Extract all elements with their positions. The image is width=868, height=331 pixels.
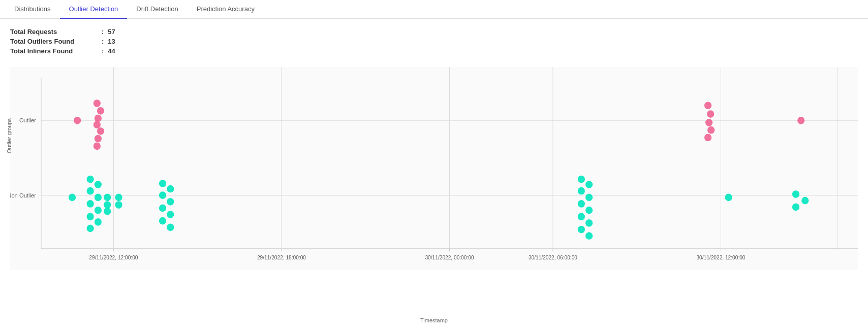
total-outliers-label: Total Outliers Found (10, 38, 102, 45)
svg-point-72 (801, 197, 809, 205)
svg-point-73 (792, 203, 799, 211)
svg-point-29 (95, 135, 102, 143)
tab-prediction-accuracy[interactable]: Prediction Accuracy (188, 0, 264, 19)
svg-point-24 (97, 107, 104, 115)
svg-rect-0 (10, 67, 858, 270)
svg-point-35 (704, 134, 711, 142)
svg-point-68 (578, 226, 585, 234)
svg-point-58 (159, 217, 166, 225)
svg-text:29/11/2022, 18:00:00: 29/11/2022, 18:00:00 (257, 255, 306, 260)
svg-point-30 (94, 142, 101, 150)
svg-point-49 (87, 213, 94, 220)
svg-point-23 (94, 100, 101, 107)
main-container: Distributions Outlier Detection Drift De… (0, 0, 868, 331)
svg-point-41 (69, 193, 76, 201)
tab-outlier-detection[interactable]: Outlier Detection (60, 0, 128, 19)
total-requests-label: Total Requests (10, 28, 102, 36)
svg-point-43 (115, 193, 122, 201)
svg-point-47 (115, 201, 122, 209)
total-inliners-value: 44 (108, 47, 115, 55)
svg-point-51 (87, 225, 94, 233)
svg-point-66 (578, 213, 585, 220)
svg-point-45 (95, 207, 102, 214)
svg-point-26 (74, 117, 81, 124)
svg-point-62 (578, 187, 585, 195)
svg-point-34 (707, 126, 715, 134)
svg-point-65 (585, 207, 593, 214)
scatter-chart: Outlier Non Outlier 29/11/2022, 12:00:00… (10, 67, 858, 270)
svg-point-33 (705, 119, 712, 126)
svg-point-40 (95, 193, 102, 201)
tab-bar: Distributions Outlier Detection Drift De… (0, 0, 868, 19)
tab-drift-detection[interactable]: Drift Detection (127, 0, 187, 19)
svg-point-27 (94, 121, 101, 128)
svg-point-50 (95, 218, 102, 226)
svg-point-71 (792, 190, 799, 198)
svg-point-56 (159, 205, 166, 212)
svg-text:29/11/2022, 12:00:00: 29/11/2022, 12:00:00 (89, 255, 138, 260)
x-axis-label: Timestamp (420, 317, 448, 323)
svg-point-31 (704, 102, 711, 109)
tab-distributions[interactable]: Distributions (5, 0, 60, 19)
svg-point-67 (585, 219, 593, 227)
svg-point-32 (707, 110, 714, 118)
svg-point-46 (104, 201, 111, 209)
total-inliners-label: Total Inliners Found (10, 47, 102, 55)
svg-text:30/11/2022, 00:00:00: 30/11/2022, 00:00:00 (425, 255, 474, 260)
svg-point-39 (87, 187, 94, 195)
svg-text:30/11/2022, 06:00:00: 30/11/2022, 06:00:00 (529, 255, 577, 260)
svg-point-37 (87, 176, 94, 183)
svg-point-25 (95, 115, 102, 122)
svg-point-54 (159, 191, 166, 199)
y-axis-label: Outlier groups (6, 118, 12, 153)
total-requests-value: 57 (108, 28, 115, 36)
svg-point-28 (97, 127, 104, 135)
svg-point-44 (87, 200, 94, 208)
chart-area: Outlier Non Outlier 29/11/2022, 12:00:00… (0, 62, 868, 331)
total-requests-row: Total Requests : 57 (10, 28, 858, 36)
svg-text:Outlier: Outlier (19, 117, 36, 123)
svg-point-61 (585, 181, 593, 188)
svg-text:30/11/2022, 12:00:00: 30/11/2022, 12:00:00 (696, 255, 745, 260)
svg-point-60 (578, 176, 585, 183)
svg-point-42 (104, 193, 111, 201)
stats-panel: Total Requests : 57 Total Outliers Found… (0, 19, 868, 62)
svg-point-55 (167, 198, 174, 206)
svg-point-48 (104, 208, 111, 215)
total-inliners-row: Total Inliners Found : 44 (10, 47, 858, 55)
svg-point-36 (797, 117, 804, 124)
svg-point-59 (167, 223, 174, 231)
svg-point-69 (585, 232, 593, 240)
svg-point-57 (167, 211, 174, 218)
svg-point-70 (725, 193, 732, 201)
svg-point-64 (578, 200, 585, 208)
svg-point-63 (585, 193, 593, 201)
total-outliers-row: Total Outliers Found : 13 (10, 38, 858, 45)
svg-text:Non Outlier: Non Outlier (10, 192, 36, 198)
svg-point-52 (159, 180, 166, 187)
total-outliers-value: 13 (108, 38, 115, 45)
svg-point-38 (95, 181, 102, 188)
svg-point-53 (167, 185, 174, 193)
